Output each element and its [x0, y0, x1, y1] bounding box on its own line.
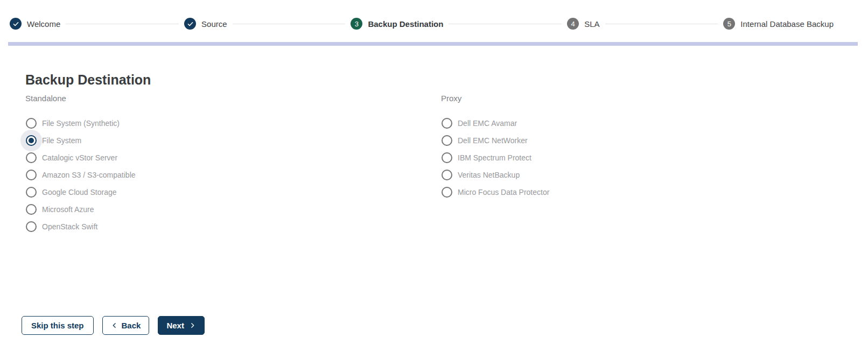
step-connector — [605, 24, 718, 24]
chevron-right-icon — [189, 322, 196, 329]
step-connector — [449, 24, 562, 24]
step-backup-destination[interactable]: 3 Backup Destination — [351, 18, 443, 30]
check-icon — [10, 18, 22, 30]
step-number-badge: 3 — [351, 18, 362, 30]
step-number-badge: 5 — [723, 18, 735, 30]
step-sla[interactable]: 4 SLA — [567, 18, 599, 30]
wizard-stepper: Welcome Source 3 Backup Destination 4 SL… — [10, 18, 834, 30]
step-connector — [66, 24, 179, 24]
radio-icon — [26, 152, 37, 163]
proxy-group: Proxy Dell EMC Avamar Dell EMC NetWorker… — [441, 94, 857, 235]
skip-step-button[interactable]: Skip this step — [22, 316, 94, 335]
step-internal-database-backup[interactable]: 5 Internal Database Backup — [723, 18, 834, 30]
step-label: Backup Destination — [368, 19, 443, 29]
step-label: SLA — [584, 19, 599, 29]
group-label-standalone: Standalone — [25, 94, 441, 103]
radio-catalogic-vstor-server[interactable]: Catalogic vStor Server — [25, 149, 441, 166]
step-label: Internal Database Backup — [740, 19, 834, 29]
radio-icon — [442, 135, 452, 146]
radio-veritas-netbackup[interactable]: Veritas NetBackup — [441, 166, 857, 184]
radio-ibm-spectrum-protect[interactable]: IBM Spectrum Protect — [441, 149, 857, 166]
radio-amazon-s3[interactable]: Amazon S3 / S3-compatible — [25, 166, 441, 184]
radio-icon — [26, 118, 37, 129]
page-title: Backup Destination — [25, 72, 868, 88]
radio-dell-emc-avamar[interactable]: Dell EMC Avamar — [441, 115, 857, 132]
step-label: Source — [201, 19, 227, 29]
skip-step-label: Skip this step — [31, 321, 84, 330]
group-label-proxy: Proxy — [441, 94, 857, 103]
proxy-radio-list: Dell EMC Avamar Dell EMC NetWorker IBM S… — [441, 115, 857, 201]
check-icon — [184, 18, 196, 30]
radio-icon — [442, 152, 452, 163]
back-label: Back — [122, 321, 141, 330]
step-connector — [233, 24, 346, 24]
radio-icon — [442, 118, 452, 129]
standalone-group: Standalone File System (Synthetic) File … — [25, 94, 441, 235]
backup-destination-panel: Backup Destination Standalone File Syste… — [0, 72, 868, 235]
radio-microsoft-azure[interactable]: Microsoft Azure — [25, 201, 441, 218]
radio-icon — [26, 221, 37, 232]
step-number-badge: 4 — [567, 18, 579, 30]
radio-icon — [26, 170, 37, 180]
standalone-radio-list: File System (Synthetic) File System Cata… — [25, 115, 441, 235]
wizard-actions: Skip this step Back Next — [22, 316, 205, 335]
radio-icon — [442, 187, 452, 198]
next-label: Next — [166, 321, 184, 330]
next-button[interactable]: Next — [158, 316, 205, 335]
step-source[interactable]: Source — [184, 18, 227, 30]
radio-file-system-synthetic[interactable]: File System (Synthetic) — [25, 115, 441, 132]
radio-icon — [26, 187, 37, 198]
wizard-progress-bar — [8, 42, 858, 46]
radio-micro-focus-data-protector[interactable]: Micro Focus Data Protector — [441, 184, 857, 201]
step-welcome[interactable]: Welcome — [10, 18, 60, 30]
radio-selected-icon — [26, 135, 37, 146]
radio-file-system[interactable]: File System — [25, 132, 441, 149]
step-label: Welcome — [27, 19, 60, 29]
radio-dell-emc-networker[interactable]: Dell EMC NetWorker — [441, 132, 857, 149]
radio-openstack-swift[interactable]: OpenStack Swift — [25, 218, 441, 235]
back-button[interactable]: Back — [102, 316, 150, 335]
radio-google-cloud-storage[interactable]: Google Cloud Storage — [25, 184, 441, 201]
radio-icon — [442, 170, 452, 180]
radio-icon — [26, 204, 37, 215]
chevron-left-icon — [111, 322, 118, 329]
